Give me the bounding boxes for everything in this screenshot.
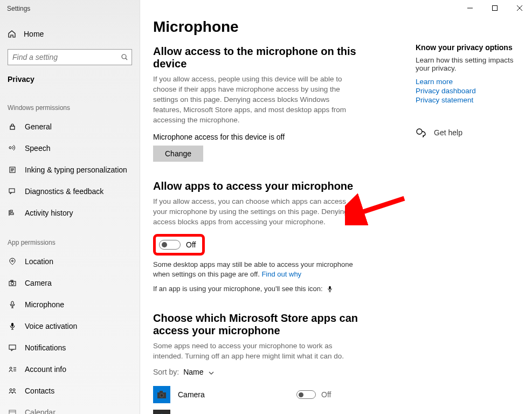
cortana-app-icon [153,410,170,414]
location-icon [8,258,17,265]
allow-apps-toggle-state: Off [186,240,196,249]
allow-apps-toggle[interactable] [159,240,181,250]
sidebar-item-notifications[interactable]: Notifications [0,337,140,358]
account-info-icon [8,365,17,373]
microphone-indicator-icon [327,286,333,292]
svg-point-28 [13,389,15,391]
sidebar-item-contacts[interactable]: Contacts [0,380,140,402]
svg-rect-35 [160,391,163,392]
nav-label: Speech [25,144,50,153]
maximize-button[interactable] [482,0,507,16]
search-input[interactable] [8,49,132,65]
svg-point-23 [10,367,12,369]
speech-icon [8,144,17,152]
microphone-icon [8,301,17,308]
privacy-statement-link[interactable]: Privacy statement [416,96,523,104]
sidebar-item-location[interactable]: Location [0,251,140,272]
close-button[interactable] [507,0,532,16]
sidebar-item-microphone[interactable]: Microphone [0,294,140,315]
svg-rect-19 [11,280,13,281]
svg-rect-1 [493,6,498,11]
svg-point-27 [10,389,12,391]
get-help[interactable]: Get help [416,128,523,137]
section-choose-apps-desc: Some apps need to access your microphone… [153,341,358,362]
section-allow-device-desc: If you allow access, people using this d… [153,74,358,125]
app-camera-toggle[interactable] [296,390,316,399]
section-allow-device-title: Allow access to the microphone on this d… [153,45,389,70]
app-name: Camera [178,390,264,399]
nav-label: General [25,122,52,131]
sort-value: Name [183,368,203,376]
device-access-status: Microphone access for this device is off [153,133,389,141]
page-title: Microphone [153,18,389,36]
svg-point-16 [12,260,13,262]
voice-activation-icon [8,322,17,330]
inking-icon [8,166,17,174]
right-pane: Know your privacy options Learn how this… [416,43,523,137]
sidebar-item-voice-activation[interactable]: Voice activation [0,315,140,337]
right-title: Know your privacy options [416,43,523,52]
svg-rect-14 [10,210,12,212]
lock-icon [8,123,17,130]
sidebar-item-calendar[interactable]: Calendar [0,402,140,414]
right-desc: Learn how this setting impacts your priv… [416,56,523,72]
privacy-header: Privacy [0,73,140,89]
sidebar-item-account-info[interactable]: Account info [0,358,140,380]
svg-rect-22 [9,345,16,349]
get-help-label: Get help [434,128,462,137]
svg-rect-6 [10,126,15,129]
svg-rect-15 [10,213,13,215]
section-allow-apps-desc: If you allow access, you can choose whic… [153,197,358,227]
feedback-icon [8,188,17,195]
home-icon [8,30,16,38]
section-allow-apps-title: Allow apps to access your microphone [153,180,389,192]
nav-label: Activity history [25,209,73,217]
sidebar-item-activity-history[interactable]: Activity history [0,202,140,224]
nav-label: Contacts [25,387,54,395]
nav-label: Account info [25,365,66,374]
mic-in-use-note: If an app is using your microphone, you'… [153,284,358,294]
sidebar-item-inking[interactable]: Inking & typing personalization [0,159,140,181]
svg-point-18 [11,282,14,285]
app-camera-state: Off [321,390,331,399]
nav-label: Camera [25,279,52,287]
svg-rect-12 [9,189,15,192]
sidebar-item-general[interactable]: General [0,116,140,137]
nav-label: Voice activation [25,322,77,330]
camera-icon [8,279,17,287]
section-choose-apps-title: Choose which Microsoft Store apps can ac… [153,312,389,337]
app-row-cortana: Cortana Off [153,408,389,414]
highlight-annotation: Off [153,234,205,256]
contacts-icon [8,387,17,395]
sort-row[interactable]: Sort by: Name [153,368,389,376]
nav-label: Calendar [25,408,56,414]
section-windows-permissions: Windows permissions [0,89,140,116]
calendar-icon [8,409,17,414]
desktop-apps-note: Some desktop apps may still be able to a… [153,260,358,279]
history-icon [8,209,17,217]
nav-label: Microphone [25,300,64,309]
sidebar-item-camera[interactable]: Camera [0,272,140,294]
learn-more-link[interactable]: Learn more [416,78,523,86]
nav-label: Diagnostics & feedback [25,187,103,196]
change-button[interactable]: Change [153,146,203,162]
minimize-button[interactable] [458,0,482,16]
svg-point-34 [161,395,163,397]
camera-app-icon [153,386,170,403]
find-out-why-link[interactable]: Find out why [261,270,301,278]
help-icon [416,128,426,137]
section-app-permissions: App permissions [0,224,140,251]
nav-label: Location [25,257,53,266]
sidebar-item-speech[interactable]: Speech [0,137,140,159]
sidebar-home-label: Home [24,30,44,38]
app-title: Settings [0,0,140,12]
nav-label: Notifications [25,343,66,352]
svg-rect-31 [329,286,331,289]
sidebar-home[interactable]: Home [0,24,140,44]
app-row-camera: Camera Off [153,384,389,405]
sidebar: Settings Home Privacy Windows permission… [0,0,140,414]
privacy-dashboard-link[interactable]: Privacy dashboard [416,87,523,95]
sidebar-item-diagnostics[interactable]: Diagnostics & feedback [0,181,140,202]
notifications-icon [8,344,17,351]
window-controls [458,0,532,16]
